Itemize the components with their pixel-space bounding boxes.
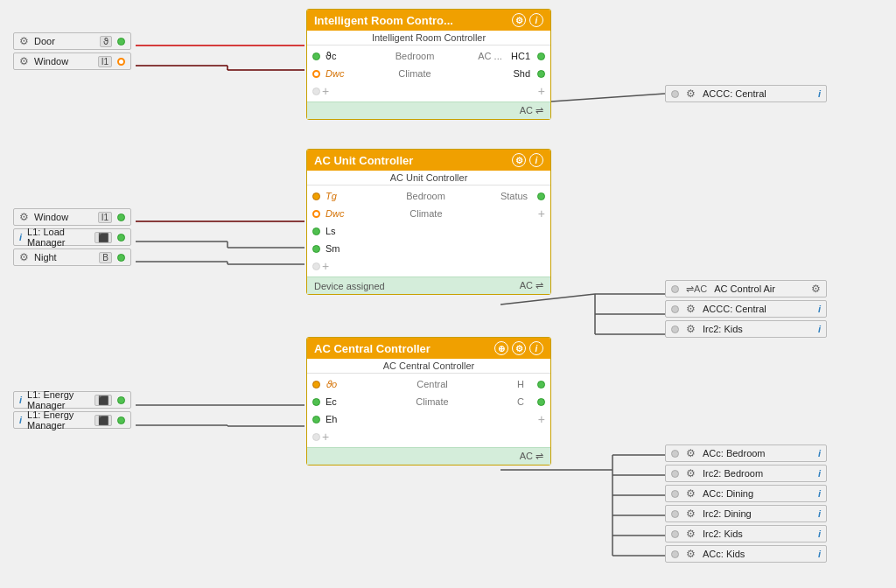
acc-info-icon[interactable]: i: [529, 341, 543, 355]
irc2-dining-box[interactable]: ⚙ Irc2: Dining i: [665, 505, 827, 522]
irc2-kids2-gear[interactable]: ⚙: [686, 528, 696, 540]
acc-body: ϑo Central H Ec Climate C Eh +: [307, 374, 550, 447]
acu-plus-button[interactable]: +: [322, 260, 329, 272]
acu-dwc-mid-left: Climate: [357, 208, 495, 219]
acu-dwc-in-dot: [312, 210, 320, 218]
irc2-dining-gear[interactable]: ⚙: [686, 508, 696, 520]
irc-row-plus[interactable]: + +: [307, 82, 550, 100]
energy1-input-box[interactable]: i L1: Energy Manager ⬛: [13, 391, 131, 409]
irc-header: Intelligent Room Contro... ⚙ i: [307, 10, 550, 31]
acc-bedroom-gear[interactable]: ⚙: [686, 447, 696, 459]
irc-footer: AC ⇌: [307, 102, 550, 119]
load-manager-input-box[interactable]: i L1: Load Manager ⬛: [13, 228, 131, 246]
door-port: ϑ: [100, 36, 112, 47]
acu-dwc-out-plus[interactable]: +: [538, 207, 545, 220]
irc-row-dwc: Dwc Climate Shd: [307, 65, 550, 82]
acu-ls-label: Ls: [322, 226, 357, 236]
acu-row-sm: Sm: [307, 240, 550, 257]
acc-kids-box[interactable]: ⚙ ACc: Kids i: [665, 545, 827, 563]
accc-central2-gear[interactable]: ⚙: [686, 303, 696, 315]
irc-gear-icon[interactable]: ⚙: [512, 13, 526, 27]
acc-dining-info[interactable]: i: [818, 488, 821, 499]
irc-info-icon[interactable]: i: [529, 13, 543, 27]
acu-gear-icon[interactable]: ⚙: [512, 153, 526, 167]
window2-label: Window: [34, 212, 93, 222]
irc2-bedroom-box[interactable]: ⚙ Irc2: Bedroom i: [665, 465, 827, 482]
acc-kids-info[interactable]: i: [818, 549, 821, 559]
accc-central2-in-dot: [671, 305, 679, 313]
energy2-port: ⬛: [94, 415, 112, 426]
window1-input-box[interactable]: ⚙ Window I1: [13, 52, 131, 70]
acc-eh-out-plus[interactable]: +: [538, 413, 545, 425]
night-input-box[interactable]: ⚙ Night B: [13, 248, 131, 266]
acc-dining-box[interactable]: ⚙ ACc: Dining i: [665, 485, 827, 502]
irc-title: Intelligent Room Contro...: [314, 14, 453, 27]
acc-theta-mid-left: Central: [357, 379, 508, 389]
window1-port: I1: [98, 56, 112, 67]
irc-plus-out-button[interactable]: +: [538, 85, 545, 97]
accc-central1-info[interactable]: i: [818, 88, 821, 99]
accc-central1-in-dot: [671, 90, 679, 98]
irc2-dining-info[interactable]: i: [818, 508, 821, 519]
acu-status-out-dot: [537, 192, 545, 200]
irc2-kids1-info[interactable]: i: [818, 324, 821, 334]
acc-bedroom-info[interactable]: i: [818, 448, 821, 458]
accc-central2-info[interactable]: i: [818, 304, 821, 314]
irc2-kids1-label: Irc2: Kids: [699, 324, 815, 334]
acc-ec-mid-left: Climate: [357, 396, 508, 407]
acc-kids-gear[interactable]: ⚙: [686, 548, 696, 560]
irc2-bedroom-gear[interactable]: ⚙: [686, 467, 696, 480]
night-dot: [117, 254, 125, 262]
irc-dwc-in-dot: [312, 70, 320, 78]
acc-network-icon[interactable]: ⊕: [494, 341, 508, 355]
night-label: Night: [34, 252, 94, 262]
window2-input-box[interactable]: ⚙ Window I1: [13, 208, 131, 226]
irc2-kids2-label: Irc2: Kids: [699, 528, 815, 539]
acu-row-ls: Ls: [307, 222, 550, 240]
irc2-kids1-gear[interactable]: ⚙: [686, 323, 696, 335]
irc-theta-right-label: HC1: [508, 51, 534, 61]
ac-control-air-in-dot: [671, 285, 679, 293]
irc2-kids2-info[interactable]: i: [818, 528, 821, 539]
ac-control-air-box[interactable]: ⇌AC AC Control Air ⚙: [665, 280, 827, 298]
acu-dwc-label: Dwc: [322, 208, 357, 219]
acc-bedroom-box[interactable]: ⚙ ACc: Bedroom i: [665, 444, 827, 462]
acc-theta-in-dot: [312, 381, 320, 388]
energy2-input-box[interactable]: i L1: Energy Manager ⬛: [13, 411, 131, 429]
accc-central2-box[interactable]: ⚙ ACCC: Central i: [665, 300, 827, 318]
irc-footer-text: AC ⇌: [520, 105, 543, 116]
acc-bedroom-label: ACc: Bedroom: [699, 448, 815, 458]
acu-header-icons[interactable]: ⚙ i: [512, 153, 543, 167]
acc-theta-mid-right: H: [508, 379, 534, 389]
energy2-dot: [117, 416, 125, 424]
acc-row-plus[interactable]: +: [307, 428, 550, 445]
accc-central1-gear[interactable]: ⚙: [686, 88, 696, 100]
accc-central2-label: ACCC: Central: [699, 304, 815, 314]
acc-header-icons[interactable]: ⊕ ⚙ i: [494, 341, 543, 355]
acu-info-icon[interactable]: i: [529, 153, 543, 167]
irc-plus-button[interactable]: +: [322, 85, 329, 97]
energy2-label: L1: Energy Manager: [27, 410, 89, 430]
ac-central-node: AC Central Controller ⊕ ⚙ i AC Central C…: [306, 337, 551, 466]
irc-dwc-label: Dwc: [322, 68, 357, 79]
acc-kids-in-dot: [671, 550, 679, 558]
irc2-bedroom-info[interactable]: i: [818, 468, 821, 479]
irc2-kids1-box[interactable]: ⚙ Irc2: Kids i: [665, 320, 827, 338]
ac-control-air-label: AC Control Air: [710, 284, 808, 294]
irc-theta-mid-right: AC ...: [472, 51, 508, 61]
acu-row-plus[interactable]: +: [307, 257, 550, 275]
acc-gear-icon[interactable]: ⚙: [512, 341, 526, 355]
irc2-bedroom-in-dot: [671, 470, 679, 478]
door-input-box[interactable]: ⚙ Door ϑ: [13, 32, 131, 50]
acc-plus-button[interactable]: +: [322, 430, 329, 443]
acc-title: AC Central Controller: [314, 342, 430, 355]
irc2-kids2-box[interactable]: ⚙ Irc2: Kids i: [665, 525, 827, 542]
ac-control-air-gear[interactable]: ⚙: [811, 283, 821, 295]
acu-footer: Device assigned AC ⇌: [307, 276, 550, 294]
acc-plus-in-dot: [312, 433, 320, 441]
acc-bedroom-in-dot: [671, 450, 679, 458]
acc-dining-gear[interactable]: ⚙: [686, 487, 696, 500]
irc-header-icons[interactable]: ⚙ i: [512, 13, 543, 27]
accc-central1-box[interactable]: ⚙ ACCC: Central i: [665, 85, 827, 102]
canvas: ⚙ Door ϑ ⚙ Window I1 ⚙ Window I1 i L1: L…: [0, 0, 896, 588]
